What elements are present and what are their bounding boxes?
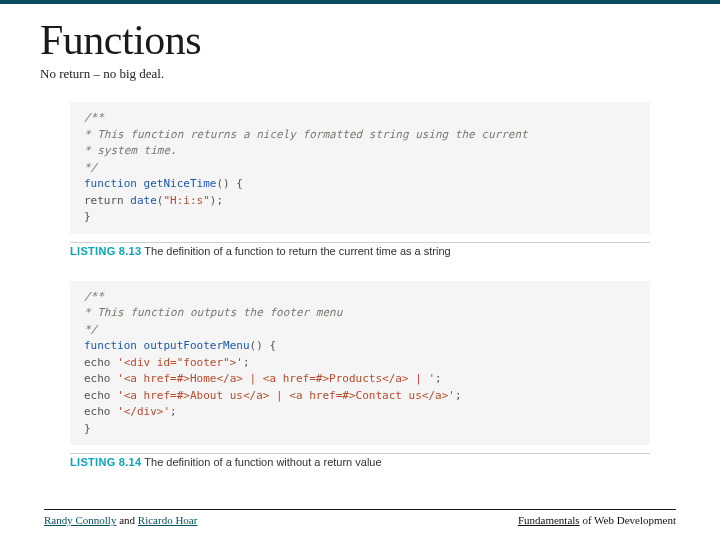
comment-line: * system time. [84, 144, 177, 157]
string-literal: '<a href=#>About us</a> | <a href=#>Cont… [117, 389, 455, 402]
footer-and: and [116, 514, 137, 526]
code-text: } [84, 422, 91, 435]
footer-authors: Randy Connolly and Ricardo Hoar [44, 514, 197, 526]
function-call: date [130, 194, 157, 207]
listing-caption-8-13: LISTING 8.13 The definition of a functio… [70, 242, 650, 257]
keyword: function [84, 177, 137, 190]
listing-text: The definition of a function without a r… [141, 456, 381, 468]
code-text: () { [250, 339, 277, 352]
author-2: Ricardo Hoar [138, 514, 198, 526]
listing-label: LISTING 8.13 [70, 245, 141, 257]
code-text: return [84, 194, 130, 207]
comment-line: */ [84, 323, 97, 336]
keyword: function [84, 339, 137, 352]
code-text: ; [243, 356, 250, 369]
code-listing-8-13: /** * This function returns a nicely for… [70, 102, 650, 234]
page-subtitle: No return – no big deal. [40, 66, 680, 82]
function-name: outputFooterMenu [144, 339, 250, 352]
slide-footer: Randy Connolly and Ricardo Hoar Fundamen… [44, 509, 676, 526]
code-text: ; [435, 372, 442, 385]
code-text: } [84, 210, 91, 223]
book-rest: of Web Development [580, 514, 676, 526]
comment-line: * This function returns a nicely formatt… [84, 128, 528, 141]
comment-line: */ [84, 161, 97, 174]
footer-book-title: Fundamentals of Web Development [518, 514, 676, 526]
code-text: () { [216, 177, 243, 190]
string-literal: '</div>' [117, 405, 170, 418]
listing-caption-8-14: LISTING 8.14 The definition of a functio… [70, 453, 650, 468]
code-text: echo [84, 356, 117, 369]
comment-line: * This function outputs the footer menu [84, 306, 342, 319]
string-literal: '<a href=#>Home</a> | <a href=#>Products… [117, 372, 435, 385]
comment-line: /** [84, 290, 104, 303]
listing-label: LISTING 8.14 [70, 456, 141, 468]
code-text: ; [455, 389, 462, 402]
string-literal: "H:i:s" [163, 194, 209, 207]
code-text: echo [84, 389, 117, 402]
author-1: Randy Connolly [44, 514, 116, 526]
string-literal: '<div id="footer">' [117, 356, 243, 369]
listing-text: The definition of a function to return t… [141, 245, 450, 257]
code-text: echo [84, 372, 117, 385]
comment-line: /** [84, 111, 104, 124]
function-name: getNiceTime [144, 177, 217, 190]
page-title: Functions [40, 16, 680, 64]
code-text: echo [84, 405, 117, 418]
book-word-1: Fundamentals [518, 514, 580, 526]
code-text: ; [170, 405, 177, 418]
code-text: ); [210, 194, 223, 207]
code-listing-8-14: /** * This function outputs the footer m… [70, 281, 650, 446]
